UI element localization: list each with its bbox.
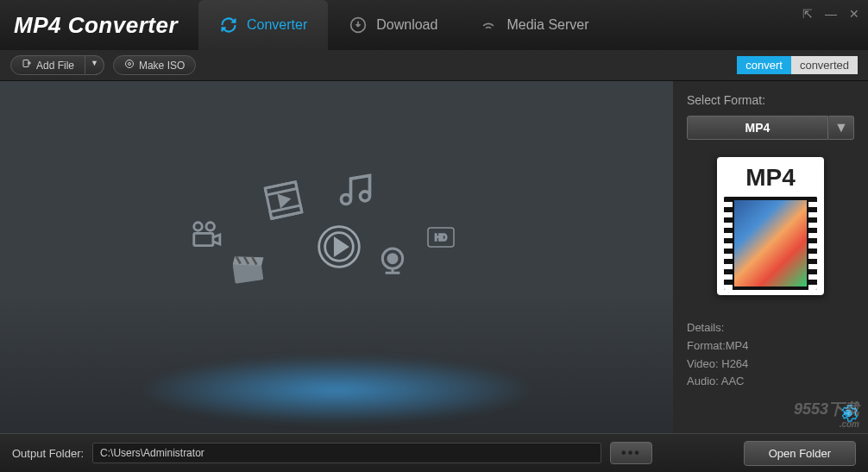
format-sidebar: Select Format: MP4 ▼ MP4 Details: Format… — [673, 81, 868, 433]
output-folder-input[interactable] — [92, 443, 601, 463]
add-file-dropdown[interactable]: ▼ — [85, 55, 104, 75]
svg-point-9 — [194, 223, 203, 231]
svg-rect-8 — [270, 205, 302, 218]
music-note-icon — [337, 171, 374, 212]
svg-rect-11 — [194, 233, 213, 245]
details-format: Format:MP4 — [687, 337, 854, 356]
format-select: MP4 ▼ — [687, 116, 854, 140]
window-controls: ⇱ — ✕ — [802, 7, 859, 21]
details-audio: Audio: AAC — [687, 373, 854, 391]
glow-effect — [138, 356, 535, 425]
open-folder-button[interactable]: Open Folder — [744, 441, 856, 466]
tab-media-server[interactable]: Media Server — [458, 0, 609, 50]
film-strip-icon — [724, 197, 817, 290]
minimize-icon[interactable]: — — [825, 7, 837, 21]
tab-label: Download — [376, 17, 437, 33]
hd-badge-icon: HD — [427, 227, 455, 251]
details-heading: Details: — [687, 319, 854, 337]
preview-format-label: MP4 — [724, 164, 817, 192]
output-folder-label: Output Folder: — [12, 447, 84, 460]
wifi-icon — [479, 16, 498, 35]
title-bar: MP4 Converter Converter Download Media S… — [0, 0, 868, 50]
film-frame-icon — [259, 176, 309, 229]
format-dropdown-arrow[interactable]: ▼ — [828, 116, 854, 140]
svg-rect-7 — [265, 182, 297, 195]
details-video: Video: H264 — [687, 356, 854, 374]
app-title: MP4 Converter — [0, 12, 178, 39]
add-file-split: Add File ▼ — [10, 55, 104, 75]
toolbar: Add File ▼ Make ISO convert converted — [0, 50, 868, 81]
chevron-down-icon: ▼ — [834, 120, 848, 135]
download-icon — [349, 16, 368, 35]
webcam-icon — [375, 244, 410, 282]
browse-button[interactable]: ••• — [610, 442, 652, 464]
refresh-icon — [219, 16, 238, 35]
make-iso-label: Make ISO — [139, 60, 185, 72]
format-selected[interactable]: MP4 — [687, 116, 828, 140]
format-preview: MP4 — [717, 157, 824, 295]
main-tabs: Converter Download Media Server — [198, 0, 610, 50]
camcorder-icon — [190, 218, 223, 255]
popout-icon[interactable]: ⇱ — [802, 7, 813, 21]
add-file-button[interactable]: Add File — [10, 55, 85, 75]
media-icons-group: HD — [181, 171, 492, 343]
play-circle-icon — [315, 223, 363, 274]
convert-tab[interactable]: convert — [737, 56, 791, 74]
tab-label: Converter — [247, 17, 307, 33]
make-iso-button[interactable]: Make ISO — [113, 55, 196, 75]
clapper-icon — [226, 246, 269, 293]
svg-text:HD: HD — [435, 233, 447, 242]
bottom-bar: Output Folder: ••• Open Folder — [0, 433, 868, 472]
converted-tab[interactable]: converted — [791, 56, 858, 74]
plus-file-icon — [22, 59, 32, 72]
svg-point-2 — [125, 60, 133, 68]
svg-point-17 — [846, 411, 851, 416]
svg-point-14 — [388, 255, 397, 263]
tab-download[interactable]: Download — [328, 0, 458, 50]
drop-area[interactable]: HD — [0, 81, 673, 433]
close-icon[interactable]: ✕ — [849, 7, 859, 21]
add-file-label: Add File — [36, 60, 74, 72]
disc-icon — [124, 59, 135, 72]
settings-gear-icon[interactable] — [839, 404, 858, 427]
svg-point-3 — [128, 63, 130, 66]
format-details: Details: Format:MP4 Video: H264 Audio: A… — [687, 319, 854, 391]
convert-toggle: convert converted — [737, 56, 858, 74]
svg-point-10 — [206, 223, 215, 231]
tab-label: Media Server — [506, 17, 588, 33]
tab-converter[interactable]: Converter — [198, 0, 328, 50]
select-format-label: Select Format: — [687, 93, 854, 107]
main-area: HD Select Format: MP4 ▼ MP4 Details: For… — [0, 81, 868, 433]
